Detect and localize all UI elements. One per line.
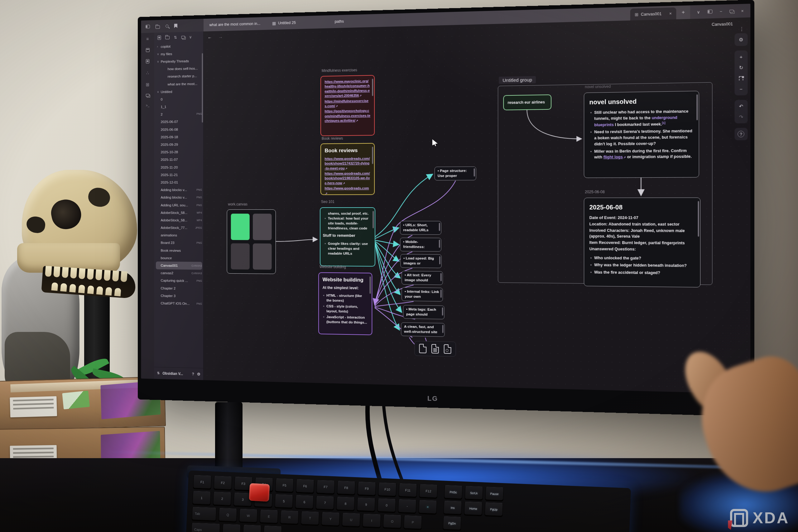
node-label[interactable]: Book reviews [322, 136, 343, 140]
undo-button[interactable]: ↶ [736, 101, 747, 112]
file-item[interactable]: › copilot [156, 42, 202, 51]
close-window-button[interactable]: × [741, 9, 743, 13]
map-node-internal-links[interactable]: • Internal links: Link your own [401, 287, 443, 301]
map-node-alt-text[interactable]: • Alt text: Every image should [401, 271, 443, 285]
file-item[interactable]: 1_1 [156, 102, 202, 111]
canvas-node-novel-unsolved[interactable]: novel unsolved Still unclear who had acc… [584, 91, 699, 178]
back-icon[interactable]: ← [208, 34, 212, 40]
restore-button[interactable] [730, 10, 734, 13]
web-link[interactable]: https://www.mayoclinic.org/healthy-lifes… [324, 79, 370, 98]
map-node-mobile[interactable]: • Mobile-friendliness: [400, 238, 441, 251]
file-item[interactable]: 2025-09-29 [156, 140, 202, 149]
file-item[interactable]: 2025-06-07 [156, 118, 202, 126]
node-scrollbar[interactable] [372, 79, 373, 96]
toggle-right-sidebar-icon[interactable] [707, 10, 712, 14]
reset-zoom-button[interactable]: ↻ [736, 62, 747, 73]
file-item[interactable]: how does self-hos... [156, 64, 202, 73]
templates-icon[interactable] [146, 94, 149, 97]
node-label[interactable]: Mindfulness exercises [322, 68, 357, 73]
file-item[interactable]: 2 PNG [156, 110, 202, 118]
node-scrollbar[interactable] [372, 147, 373, 164]
zoom-in-button[interactable]: + [736, 52, 747, 62]
file-item[interactable]: Capturing quick ... PNG [156, 277, 202, 285]
node-label[interactable]: Seo 101 [321, 200, 335, 204]
tab-untitled-25[interactable]: ▦ Untitled 25 [266, 16, 302, 30]
collapse-all-icon[interactable]: ∨ [189, 35, 192, 39]
web-link[interactable]: https://www.goodreads.com/book/show/2174… [324, 156, 370, 171]
zoom-out-button[interactable]: − [736, 83, 747, 94]
new-folder-icon[interactable] [165, 36, 170, 39]
file-nodes-strip[interactable] [415, 341, 456, 357]
file-item[interactable]: Chapter 3 [156, 292, 202, 300]
file-item[interactable]: animations [156, 231, 202, 239]
help-icon[interactable]: ? [192, 372, 194, 376]
web-link[interactable]: https://www.goodreads.com/book/show/2198… [324, 171, 370, 186]
vault-name[interactable]: Obsidian V... [163, 371, 189, 376]
file-item[interactable]: Adding blocks v... PNG [156, 186, 202, 194]
toggle-left-sidebar-icon[interactable] [146, 25, 150, 28]
canvas-node-seo101[interactable]: shares, social proof, etc. Technical: ho… [320, 207, 375, 266]
tab-paths[interactable]: paths [328, 15, 350, 28]
new-tab-button[interactable]: + [677, 5, 690, 19]
file-item[interactable]: ∨ Perplexity Threads [156, 57, 202, 65]
file-item[interactable]: canvas2 CANVAS [156, 269, 202, 278]
file-item[interactable]: ∨ Untitled [156, 87, 202, 96]
stack-icon[interactable] [182, 36, 185, 39]
file-item[interactable]: ChatGPT iOS On... PNG [156, 300, 202, 308]
file-item[interactable]: AdobeStock_58... MP4 [156, 216, 202, 224]
canvas-new-icon[interactable]: ⊞ [146, 82, 149, 87]
file-item[interactable]: Book reviews [156, 247, 202, 254]
blank-file-icon[interactable] [419, 344, 426, 353]
web-link[interactable]: flight logs [604, 155, 623, 159]
node-scrollbar[interactable] [370, 277, 371, 294]
settings-gear-icon[interactable]: ⚙ [197, 372, 201, 376]
file-item[interactable]: Adding URL sou... PNG [156, 201, 202, 209]
canvas-node-date[interactable]: 2025-06-08 Date of Event: 2024-11-07 Loc… [584, 197, 700, 287]
sort-icon[interactable]: ⇅ [174, 35, 177, 39]
chevron-down-icon[interactable]: ∨ [697, 10, 700, 14]
graph-view-icon[interactable]: ∴ [146, 71, 149, 75]
close-tab-icon[interactable]: × [669, 11, 672, 16]
file-item[interactable]: Board 23 PNG [156, 239, 202, 247]
files-tab-icon[interactable] [155, 25, 160, 29]
map-node-page-structure[interactable]: • Page structure: Use proper [435, 167, 476, 180]
node-scrollbar[interactable] [696, 94, 698, 120]
text-file-icon[interactable] [432, 344, 439, 354]
daily-note-icon[interactable] [146, 48, 150, 52]
canvas-pane[interactable]: ← → Canvas001 ⋮ [204, 17, 750, 394]
group-label[interactable]: Untitled group [499, 76, 536, 84]
canvas-node-work[interactable] [227, 209, 276, 274]
file-item[interactable]: 2025-06-08 [156, 125, 202, 133]
forward-icon[interactable]: → [218, 34, 223, 39]
image-file-icon[interactable] [444, 344, 451, 354]
file-item[interactable]: AdobeStock_77... JPEG [156, 224, 202, 231]
new-note-icon[interactable] [157, 36, 161, 40]
file-item[interactable]: 2025-10-28 [156, 148, 202, 156]
node-scrollbar[interactable] [373, 211, 374, 228]
search-tab-icon[interactable] [166, 25, 168, 28]
file-item[interactable]: 2025-11-20 [156, 163, 202, 171]
file-item[interactable]: 2025-09-18 [156, 133, 202, 141]
canvas-node-book-reviews[interactable]: Book reviews https://www.goodreads.com/b… [320, 143, 375, 195]
doc-icon[interactable] [146, 59, 149, 63]
file-item[interactable]: 2025-11-21 [156, 171, 202, 178]
scrollbar[interactable] [202, 53, 203, 123]
node-label[interactable]: novel unsolved [585, 84, 611, 89]
file-item[interactable]: 2025-11-07 [156, 155, 202, 163]
checklist-icon[interactable]: ≡ [146, 36, 149, 41]
canvas-settings-button[interactable]: ⚙ [736, 34, 747, 45]
redo-button[interactable]: ↷ [736, 112, 747, 122]
canvas-node-research[interactable]: research eur airlines [503, 94, 551, 110]
terminal-icon[interactable]: >_ [146, 104, 149, 107]
file-item[interactable]: Canvas001 CANVAS [156, 262, 202, 270]
node-label[interactable]: Website building [320, 265, 346, 269]
file-item[interactable]: bounce [156, 254, 202, 262]
canvas-node-website-building[interactable]: Website building At the simplest level: … [318, 272, 372, 335]
web-link[interactable]: https://www.goodreads.com↗ [324, 186, 370, 195]
file-item[interactable]: 2025-12-01 [156, 178, 202, 186]
node-scrollbar[interactable] [698, 201, 699, 236]
zoom-to-fit-button[interactable] [736, 73, 747, 84]
minimize-button[interactable]: − [720, 9, 722, 13]
canvas-node-mindfulness[interactable]: https://www.mayoclinic.org/healthy-lifes… [320, 75, 375, 136]
file-item[interactable]: 0 [156, 95, 202, 103]
